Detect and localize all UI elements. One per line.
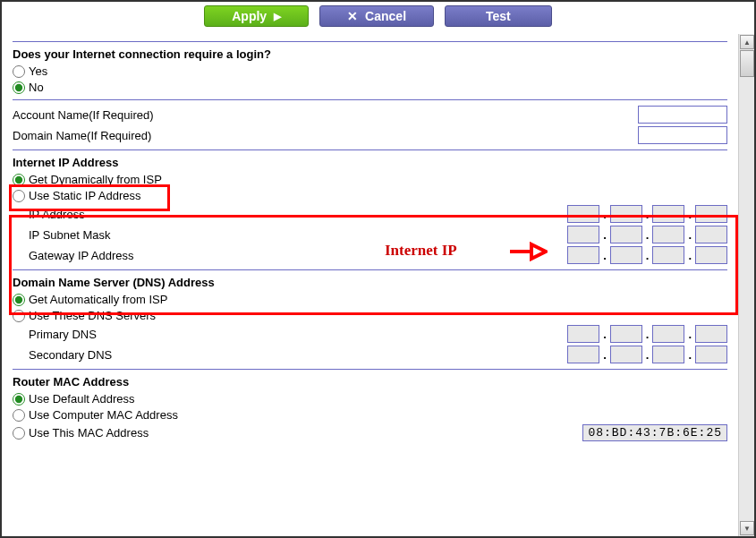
apply-label: Apply [232,9,267,23]
subnet-oct1[interactable] [567,226,599,243]
ip-static-label[interactable]: Use Static IP Address [29,189,141,202]
ip-address-oct2[interactable] [610,205,642,223]
cancel-label: Cancel [365,9,406,23]
mac-default-radio[interactable] [13,393,25,406]
divider [13,41,727,42]
cancel-x-icon: ✕ [347,9,358,23]
dns-manual-label[interactable]: Use These DNS Servers [29,309,156,322]
ip-section-title: Internet IP Address [13,156,727,169]
dns-auto-label[interactable]: Get Automatically from ISP [29,293,167,306]
account-name-input[interactable] [638,106,727,124]
primary-dns-input-group: . . . [567,325,727,343]
subnet-oct2[interactable] [610,226,642,243]
subnet-oct3[interactable] [652,226,684,243]
ip-address-oct4[interactable] [695,205,727,223]
secondary-dns-input-group: . . . [567,346,727,363]
scrollbar-up-icon[interactable]: ▲ [740,35,754,49]
settings-window: Apply ▶ ✕ Cancel Test Does your Internet… [2,2,754,536]
gateway-label: Gateway IP Address [13,249,134,262]
mac-custom-radio[interactable] [13,427,25,440]
test-label: Test [486,9,511,23]
primary-dns-oct1[interactable] [567,325,599,343]
dns-auto-radio[interactable] [13,294,25,306]
login-no-radio[interactable] [13,81,25,94]
gateway-oct4[interactable] [695,246,727,264]
ip-dynamic-radio[interactable] [13,174,25,186]
scrollbar-thumb[interactable] [740,50,754,77]
gateway-oct2[interactable] [610,246,642,264]
login-section-title: Does your Internet connection require a … [13,47,727,61]
cancel-button[interactable]: ✕ Cancel [319,5,434,27]
primary-dns-oct3[interactable] [652,325,684,343]
mac-address-display: 08:BD:43:7B:6E:25 [582,424,727,441]
primary-dns-oct4[interactable] [695,325,727,343]
apply-arrow-icon: ▶ [274,11,281,22]
content-area: Does your Internet connection require a … [2,34,738,536]
secondary-dns-label: Secondary DNS [13,348,112,362]
test-button[interactable]: Test [445,5,552,27]
scrollbar-down-icon[interactable]: ▼ [740,521,754,535]
content-wrap: Does your Internet connection require a … [2,34,754,536]
divider [13,99,727,100]
gateway-oct3[interactable] [652,246,684,264]
gateway-oct1[interactable] [567,246,599,264]
secondary-dns-oct1[interactable] [567,346,599,363]
divider [13,369,727,370]
ip-address-label: IP Address [13,208,85,221]
mac-custom-label[interactable]: Use This MAC Address [29,426,149,440]
domain-name-input[interactable] [638,126,727,144]
ip-static-radio[interactable] [13,190,25,202]
gateway-input-group: . . . [567,246,727,264]
mac-default-label[interactable]: Use Default Address [29,392,135,406]
login-yes-radio[interactable] [13,65,25,78]
primary-dns-label: Primary DNS [13,328,97,341]
ip-dynamic-label[interactable]: Get Dynamically from ISP [29,173,162,186]
action-button-bar: Apply ▶ ✕ Cancel Test [2,2,754,34]
divider [13,269,727,270]
apply-button[interactable]: Apply ▶ [204,5,309,27]
account-name-label: Account Name(If Required) [13,108,154,122]
mac-computer-label[interactable]: Use Computer MAC Address [29,408,178,422]
ip-address-oct1[interactable] [567,205,599,223]
subnet-oct4[interactable] [695,226,727,243]
ip-address-oct3[interactable] [652,205,684,223]
secondary-dns-oct4[interactable] [695,346,727,363]
window-frame: Apply ▶ ✕ Cancel Test Does your Internet… [0,0,756,538]
dns-section-title: Domain Name Server (DNS) Address [13,276,727,289]
mac-section-title: Router MAC Address [13,375,727,389]
primary-dns-oct2[interactable] [610,325,642,343]
ip-address-input-group: . . . [567,205,727,223]
mac-computer-radio[interactable] [13,409,25,422]
secondary-dns-oct2[interactable] [610,346,642,363]
divider [13,149,727,150]
secondary-dns-oct3[interactable] [652,346,684,363]
dns-manual-radio[interactable] [13,310,25,322]
subnet-input-group: . . . [567,226,727,243]
subnet-label: IP Subnet Mask [13,228,111,242]
domain-name-label: Domain Name(If Required) [13,129,151,142]
vertical-scrollbar[interactable]: ▲ ▼ [738,34,754,536]
login-yes-label[interactable]: Yes [29,64,47,78]
login-no-label[interactable]: No [29,81,44,94]
